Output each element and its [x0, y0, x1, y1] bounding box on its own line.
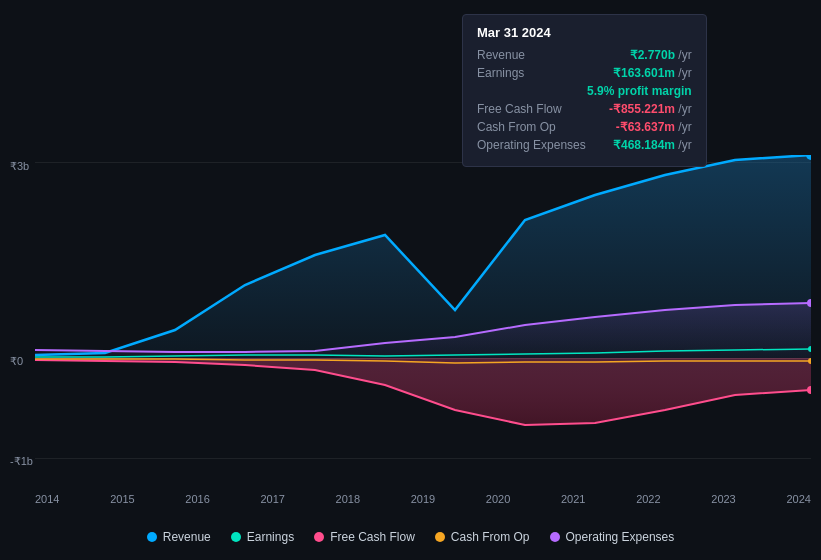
legend-earnings[interactable]: Earnings [231, 530, 294, 544]
legend-dot-fcf [314, 532, 324, 542]
y-label-0: ₹0 [10, 355, 23, 368]
tooltip-label-revenue: Revenue [477, 48, 587, 62]
tooltip-value-fcf: -₹855.221m /yr [609, 102, 692, 116]
x-label-2021: 2021 [561, 493, 585, 505]
legend-label-revenue: Revenue [163, 530, 211, 544]
x-label-2023: 2023 [711, 493, 735, 505]
legend-dot-earnings [231, 532, 241, 542]
x-label-2015: 2015 [110, 493, 134, 505]
x-label-2017: 2017 [260, 493, 284, 505]
tooltip-row-cashfromop: Cash From Op -₹63.637m /yr [477, 120, 692, 134]
tooltip-label-fcf: Free Cash Flow [477, 102, 587, 116]
y-label-neg1b: -₹1b [10, 455, 33, 468]
tooltip-value-earnings: ₹163.601m /yr [613, 66, 692, 80]
tooltip-value-opex: ₹468.184m /yr [613, 138, 692, 152]
x-label-2019: 2019 [411, 493, 435, 505]
tooltip-row-revenue: Revenue ₹2.770b /yr [477, 48, 692, 62]
chart-svg [35, 155, 811, 465]
legend-fcf[interactable]: Free Cash Flow [314, 530, 415, 544]
legend-dot-opex [550, 532, 560, 542]
legend-label-cashfromop: Cash From Op [451, 530, 530, 544]
chart-container: Mar 31 2024 Revenue ₹2.770b /yr Earnings… [0, 0, 821, 560]
legend-label-earnings: Earnings [247, 530, 294, 544]
legend-revenue[interactable]: Revenue [147, 530, 211, 544]
tooltip-row-margin: 5.9% profit margin [477, 84, 692, 98]
legend-label-opex: Operating Expenses [566, 530, 675, 544]
tooltip-value-margin: 5.9% profit margin [587, 84, 692, 98]
x-label-2024: 2024 [786, 493, 810, 505]
x-label-2022: 2022 [636, 493, 660, 505]
legend-cashfromop[interactable]: Cash From Op [435, 530, 530, 544]
tooltip-label-opex: Operating Expenses [477, 138, 587, 152]
x-label-2018: 2018 [336, 493, 360, 505]
tooltip-label-earnings: Earnings [477, 66, 587, 80]
legend-dot-revenue [147, 532, 157, 542]
tooltip-row-earnings: Earnings ₹163.601m /yr [477, 66, 692, 80]
tooltip-row-opex: Operating Expenses ₹468.184m /yr [477, 138, 692, 152]
legend: Revenue Earnings Free Cash Flow Cash Fro… [0, 530, 821, 544]
legend-opex[interactable]: Operating Expenses [550, 530, 675, 544]
legend-label-fcf: Free Cash Flow [330, 530, 415, 544]
y-label-3b: ₹3b [10, 160, 29, 173]
x-axis: 2014 2015 2016 2017 2018 2019 2020 2021 … [35, 493, 811, 505]
tooltip-label-cashfromop: Cash From Op [477, 120, 587, 134]
tooltip-row-fcf: Free Cash Flow -₹855.221m /yr [477, 102, 692, 116]
fcf-area [35, 358, 811, 425]
tooltip-date: Mar 31 2024 [477, 25, 692, 40]
x-label-2020: 2020 [486, 493, 510, 505]
tooltip-value-cashfromop: -₹63.637m /yr [616, 120, 692, 134]
x-label-2014: 2014 [35, 493, 59, 505]
tooltip-box: Mar 31 2024 Revenue ₹2.770b /yr Earnings… [462, 14, 707, 167]
legend-dot-cashfromop [435, 532, 445, 542]
tooltip-value-revenue: ₹2.770b /yr [630, 48, 692, 62]
x-label-2016: 2016 [185, 493, 209, 505]
